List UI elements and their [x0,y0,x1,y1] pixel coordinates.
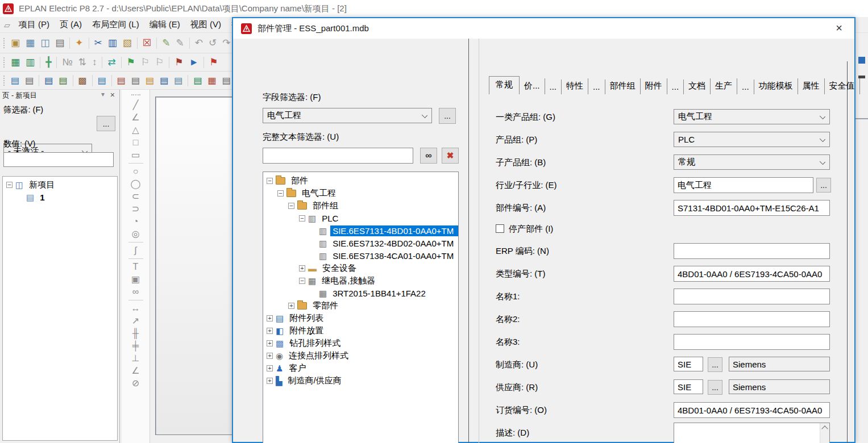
tree-expander-icon[interactable]: − [288,203,294,209]
dimension-chain-tool-icon[interactable]: ╫ [132,327,139,340]
hyperlink-tool-icon[interactable]: ∞ [132,286,139,298]
copy-format-icon[interactable]: ✎ [159,36,173,49]
spline-tool-icon[interactable]: ∫ [134,244,136,257]
tree-node[interactable]: +▤附件列表 [263,312,458,324]
navigator-cart-icon[interactable]: ▥ [23,56,38,69]
product-subgroup-combobox[interactable]: 常规 [674,154,830,170]
device-key-icon[interactable]: ▤ [41,74,56,87]
tree-node[interactable]: −电气工程 [263,187,458,199]
page-filter-ellipsis-button[interactable]: ... [97,116,115,131]
scrollbar[interactable] [820,423,829,443]
dialog-splitter[interactable] [468,39,469,443]
ellipse-tool-icon[interactable]: ◎ [132,228,140,240]
renumber-pairs-icon[interactable]: ⇅ [76,56,89,69]
menu-view[interactable]: 视图 (V) [185,18,226,32]
rail-doc-icon[interactable]: ▤ [95,74,109,87]
delete-selection-icon[interactable]: ☒ [140,36,154,49]
new-page-icon[interactable]: ▣ [8,36,23,49]
polygon-tool-icon[interactable]: △ [132,124,139,136]
name2-input[interactable] [674,311,830,327]
menu-page[interactable]: 页 (A) [55,18,87,32]
redo-icon[interactable]: ↷ [219,36,233,49]
tree-node[interactable]: +◧附件放置 [263,324,458,337]
tree-expander-icon[interactable]: − [6,182,13,188]
supplier-ellipsis-button[interactable]: ... [708,380,722,395]
tree-node[interactable]: +♟客户 [263,362,458,374]
tree-expander-icon[interactable]: + [299,265,305,271]
tree-node[interactable]: +▙制造商/供应商 [263,374,458,387]
type-number-input[interactable] [674,266,830,282]
paste-icon[interactable]: ▧ [120,36,135,49]
device-list-icon[interactable]: ▤ [8,74,22,87]
toolbar-grip[interactable] [131,94,140,95]
polyline-tool-icon[interactable]: ∠ [131,111,139,124]
tab-attributes[interactable]: 特性 [562,78,588,94]
tab-more-3[interactable]: ... [667,80,684,94]
tree-node[interactable]: −◫新项目 [3,178,117,191]
flag-book-icon[interactable]: ⚑ [172,56,186,69]
arc-right-tool-icon[interactable]: ⊃ [132,203,139,215]
tab-production[interactable]: 生产 [711,78,737,94]
tab-assembly[interactable]: 部件组 [605,78,641,94]
grid-doc-icon[interactable]: ▦ [205,74,219,87]
toolbar-grip[interactable] [3,76,5,86]
panel-collapse-icon[interactable]: ▾ [101,90,105,98]
part-number-input[interactable] [674,200,830,216]
rectangle-center-tool-icon[interactable]: ▭ [131,149,140,161]
cart-doc-icon[interactable]: ▤ [190,74,205,87]
tree-expander-icon[interactable]: − [277,190,284,197]
menu-edit[interactable]: 编辑 (E) [144,18,185,32]
renumber-123-icon[interactable]: № [59,56,75,69]
tab-more-4[interactable]: ... [737,80,754,94]
connector-doc-icon[interactable]: ▤ [171,74,185,87]
tab-accessories[interactable]: 附件 [641,78,667,94]
plugin-icon[interactable]: ╋ [43,56,54,69]
name1-input[interactable] [674,289,830,304]
tree-node[interactable]: ▤1 [3,191,117,203]
panel-doc-icon[interactable]: ▩ [76,74,90,87]
cut-doc-icon[interactable]: ▤ [114,74,128,87]
circle-tool-icon[interactable]: ○ [133,165,139,178]
product-group-combobox[interactable]: PLC [674,132,830,147]
tab-properties[interactable]: 属性 [798,78,825,94]
tab-function-templates[interactable]: 功能模板 [754,78,798,94]
synchronize-icon[interactable]: ⇄ [105,56,118,69]
tree-node[interactable]: −部件 [263,174,458,187]
clear-filter-button[interactable]: ✖ [442,148,459,164]
copy-icon[interactable]: ▥ [105,36,120,49]
pages-panel-header[interactable]: 页 - 新项目 ▾ × [0,90,119,101]
image-tool-icon[interactable]: ▣ [131,273,140,286]
flag-forward-icon[interactable]: ⚐ [152,56,167,69]
tree-node[interactable]: −▦继电器,接触器 [263,274,458,287]
navigator-table-icon[interactable]: ▦ [8,56,23,69]
flag-check-icon[interactable]: ⚑ [124,56,138,69]
tree-node[interactable]: +▬安全设备 [263,262,458,274]
text-tool-icon[interactable]: T [133,261,139,273]
dimension-oblique-tool-icon[interactable]: ↗ [132,315,139,327]
sector-tool-icon[interactable]: ◔ [133,215,139,228]
tree-node[interactable]: +◉连接点排列样式 [263,349,458,362]
dimension-chain-2-tool-icon[interactable]: ╪ [132,340,139,352]
dimension-linear-tool-icon[interactable]: ↔ [131,302,140,315]
menu-project[interactable]: 项目 (P) [14,18,55,32]
graph-doc-icon[interactable]: ▤ [128,74,143,87]
undo-list-icon[interactable]: ↺ [206,36,219,49]
tree-expander-icon[interactable]: + [267,340,273,346]
trade-ellipsis-button[interactable]: ... [816,178,831,193]
dialog-close-button[interactable]: × [832,22,846,35]
assign-format-icon[interactable]: ✎ [173,36,186,49]
rectangle-tool-icon[interactable]: □ [133,136,139,149]
settings-wrench-icon[interactable]: ✦ [72,36,86,49]
toolbar-grip[interactable] [3,57,5,68]
discontinued-checkbox[interactable] [496,224,504,233]
panel-close-icon[interactable]: × [110,90,115,99]
scroll-up-icon[interactable] [821,425,828,432]
tree-expander-icon[interactable]: + [267,328,273,334]
erp-number-input[interactable] [674,243,830,259]
dialog-title-bar[interactable]: 部件管理 - ESS_part001.mdb [233,18,854,39]
tree-expander-icon[interactable]: + [267,353,273,359]
line-tool-icon[interactable]: ╱ [133,99,139,111]
manufacturer-ellipsis-button[interactable]: ... [708,357,722,372]
system-menu-icon[interactable]: ▱ [4,20,10,30]
tab-more-2[interactable]: ... [588,80,605,94]
